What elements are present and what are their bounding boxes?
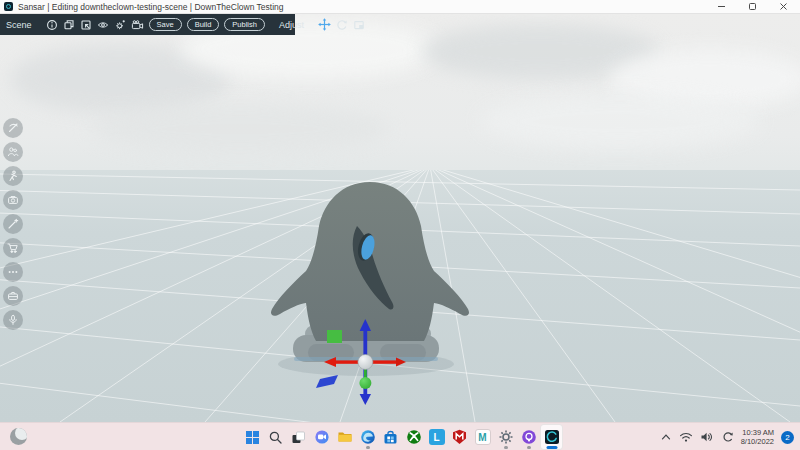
- mcafee-shield-icon: [452, 429, 467, 445]
- shopping-cart-icon: [7, 242, 19, 254]
- rotate-tool-button[interactable]: [336, 18, 348, 32]
- scale-tool-button[interactable]: [353, 18, 365, 32]
- windows-start-icon: [245, 430, 260, 445]
- tray-time: 10:39 AM: [741, 428, 774, 437]
- save-button[interactable]: Save: [149, 18, 182, 31]
- info-icon: [46, 19, 58, 31]
- sansar-app-icon: [4, 2, 13, 11]
- sidebar-item-store[interactable]: [3, 238, 23, 258]
- sansar-taskbar-icon: [544, 429, 560, 445]
- more-ellipsis-icon: [7, 266, 19, 278]
- gear-icon: [114, 19, 126, 31]
- m-app-letter: M: [478, 432, 486, 443]
- duplicate-button[interactable]: [63, 18, 75, 32]
- volume-button[interactable]: [700, 431, 714, 443]
- duplicate-icon: [63, 19, 75, 31]
- rotate-icon: [336, 19, 348, 31]
- settings-gear-icon: [498, 429, 514, 445]
- gizmo-center-handle[interactable]: [358, 355, 373, 370]
- people-icon: [7, 146, 19, 158]
- video-camera-button[interactable]: [131, 18, 144, 32]
- taskbar-edge-button[interactable]: [356, 424, 379, 450]
- taskbar-m-app-button[interactable]: M: [471, 424, 494, 450]
- hidden-icons-button[interactable]: [660, 432, 672, 442]
- move-icon: [318, 18, 331, 31]
- taskbar-mcafee-button[interactable]: [448, 424, 471, 450]
- microphone-icon: [7, 314, 19, 326]
- titlebar: Sansar | Editing downtheclown-testing-sc…: [0, 0, 800, 14]
- settings-button[interactable]: [114, 18, 126, 32]
- chevron-up-icon: [660, 432, 672, 442]
- toolbox-icon: [7, 290, 19, 302]
- chat-icon: [314, 429, 330, 445]
- wifi-button[interactable]: [679, 431, 693, 443]
- tray-date: 8/10/2022: [741, 437, 774, 446]
- publish-button[interactable]: Publish: [224, 18, 265, 31]
- voice-app-icon: [521, 429, 537, 445]
- visibility-button[interactable]: [97, 18, 109, 32]
- store-icon: [383, 430, 398, 445]
- minimize-button[interactable]: [717, 2, 726, 11]
- selection-marker: [327, 330, 342, 343]
- xbox-icon: [406, 429, 422, 445]
- taskbar-search-button[interactable]: [264, 424, 287, 450]
- window-title: Sansar | Editing downtheclown-testing-sc…: [18, 2, 284, 12]
- running-indicator: [504, 446, 508, 449]
- scene-info-button[interactable]: [46, 18, 58, 32]
- sidebar-item-microphone[interactable]: [3, 310, 23, 330]
- import-icon: [80, 19, 92, 31]
- camera-icon: [7, 194, 19, 206]
- import-button[interactable]: [80, 18, 92, 32]
- adjust-menu-button[interactable]: Adjust: [279, 20, 304, 30]
- taskbar-start-button[interactable]: [241, 424, 264, 450]
- search-icon: [268, 430, 283, 445]
- sidebar-item-effects[interactable]: [3, 214, 23, 234]
- widgets-icon[interactable]: [10, 428, 27, 445]
- runner-icon: [7, 170, 19, 182]
- sidebar-item-build-tools[interactable]: [3, 118, 23, 138]
- editor-toolbar: Scene: [0, 14, 295, 35]
- file-explorer-icon: [337, 429, 353, 445]
- edge-icon: [360, 429, 376, 445]
- maximize-button[interactable]: [748, 2, 757, 11]
- taskbar-settings-button[interactable]: [494, 424, 517, 450]
- pickaxe-icon: [7, 122, 19, 134]
- scale-icon: [353, 19, 365, 31]
- taskbar-file-explorer-button[interactable]: [333, 424, 356, 450]
- task-view-icon: [291, 430, 306, 445]
- close-button[interactable]: [779, 2, 788, 11]
- scene-canvas[interactable]: [0, 14, 800, 422]
- running-indicator: [366, 446, 370, 449]
- l-app-icon: L: [429, 429, 445, 445]
- system-tray: 10:39 AM 8/10/2022 2: [660, 423, 794, 450]
- sidebar-item-camera[interactable]: [3, 190, 23, 210]
- sync-button[interactable]: [721, 431, 734, 443]
- 3d-viewport[interactable]: [0, 14, 800, 422]
- active-indicator: [546, 446, 557, 449]
- build-button[interactable]: Build: [187, 18, 220, 31]
- taskbar-voice-app-button[interactable]: [517, 424, 540, 450]
- windows-taskbar: L M: [0, 422, 800, 450]
- taskbar-xbox-button[interactable]: [402, 424, 425, 450]
- sidebar-item-more[interactable]: [3, 262, 23, 282]
- m-app-icon: M: [475, 429, 491, 445]
- taskbar-chat-button[interactable]: [310, 424, 333, 450]
- running-indicator: [527, 446, 531, 449]
- move-tool-button[interactable]: [318, 18, 331, 32]
- taskbar-sansar-button[interactable]: [540, 424, 563, 450]
- notification-count: 2: [785, 433, 789, 442]
- notification-badge[interactable]: 2: [781, 431, 794, 444]
- taskbar-apps: L M: [241, 424, 563, 450]
- l-app-letter: L: [433, 432, 439, 443]
- sidebar-item-emotes[interactable]: [3, 166, 23, 186]
- sidebar-item-toolbox[interactable]: [3, 286, 23, 306]
- sansar-editor-window: Sansar | Editing downtheclown-testing-sc…: [0, 0, 800, 450]
- taskbar-store-button[interactable]: [379, 424, 402, 450]
- taskbar-l-app-button[interactable]: L: [425, 424, 448, 450]
- sidebar-item-avatars[interactable]: [3, 142, 23, 162]
- taskbar-task-view-button[interactable]: [287, 424, 310, 450]
- sync-icon: [721, 431, 734, 443]
- eye-icon: [97, 19, 109, 31]
- scene-menu-button[interactable]: Scene: [6, 20, 32, 30]
- taskbar-clock[interactable]: 10:39 AM 8/10/2022: [741, 428, 774, 446]
